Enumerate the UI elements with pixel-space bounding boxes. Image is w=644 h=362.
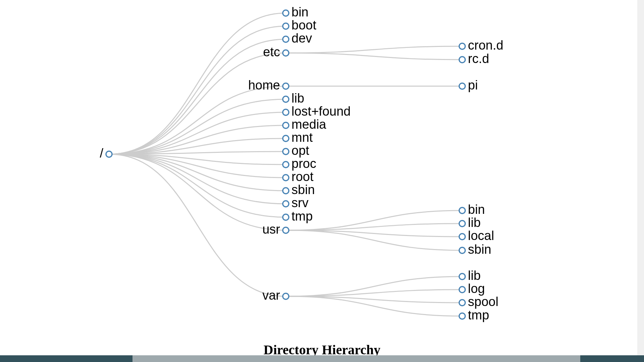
node-label: lib <box>291 91 304 105</box>
node-circle-icon <box>459 83 465 89</box>
node-circle-icon <box>283 227 289 233</box>
node-label: root <box>291 170 314 184</box>
tree-node-lib[interactable]: lib <box>459 216 481 230</box>
tree-node-dev[interactable]: dev <box>283 31 312 45</box>
tree-node-pi[interactable]: pi <box>459 78 478 92</box>
node-circle-icon <box>283 162 289 168</box>
node-circle-icon <box>283 10 289 16</box>
node-circle-icon <box>283 148 289 155</box>
node-label: var <box>262 288 280 302</box>
node-label: opt <box>291 143 309 158</box>
node-label: log <box>468 282 485 296</box>
node-label: boot <box>291 18 316 32</box>
tree-node-var[interactable]: var <box>262 288 289 302</box>
tree-link <box>109 154 286 178</box>
node-label: local <box>468 229 494 243</box>
node-circle-icon <box>283 96 289 102</box>
tree-node-tmp[interactable]: tmp <box>283 209 313 223</box>
tree-node-bin[interactable]: bin <box>459 202 485 217</box>
node-label: / <box>100 146 103 160</box>
node-circle-icon <box>459 43 465 49</box>
node-label: pi <box>468 78 478 92</box>
node-label: tmp <box>291 209 313 223</box>
node-circle-icon <box>283 122 289 128</box>
node-circle-icon <box>283 36 289 42</box>
tree-link <box>286 46 462 53</box>
node-label: mnt <box>291 130 313 144</box>
node-label: rc.d <box>468 52 489 66</box>
node-label: etc <box>263 45 280 59</box>
tree-node-root[interactable]: root <box>283 170 314 184</box>
node-circle-icon <box>283 83 289 89</box>
tree-link <box>109 112 286 154</box>
tree-node-spool[interactable]: spool <box>459 295 498 309</box>
tree-node-cron-d[interactable]: cron.d <box>459 38 503 52</box>
node-circle-icon <box>459 221 465 227</box>
node-circle-icon <box>283 175 289 181</box>
node-circle-icon <box>459 207 465 214</box>
horizontal-scrollbar-track[interactable] <box>0 355 644 362</box>
horizontal-scrollbar-thumb[interactable] <box>132 355 580 362</box>
node-circle-icon <box>283 109 289 115</box>
tree-node-opt[interactable]: opt <box>283 143 309 158</box>
node-label: lib <box>468 216 481 230</box>
node-circle-icon <box>459 313 465 319</box>
node-label: spool <box>468 295 498 309</box>
node-circle-icon <box>459 287 465 293</box>
node-circle-icon <box>459 247 465 253</box>
node-label: srv <box>291 196 309 210</box>
tree-node-lib[interactable]: lib <box>459 268 481 283</box>
tree-node-sbin[interactable]: sbin <box>459 242 491 256</box>
node-label: media <box>291 117 326 131</box>
node-label: dev <box>291 31 312 45</box>
node-circle-icon <box>459 57 465 63</box>
node-circle-icon <box>459 234 465 240</box>
tree-node-lib[interactable]: lib <box>283 91 304 105</box>
node-label: proc <box>291 157 316 171</box>
tree-node-usr[interactable]: usr <box>262 222 289 236</box>
node-label: bin <box>468 202 485 217</box>
tree-node-srv[interactable]: srv <box>283 196 309 210</box>
node-label: lib <box>468 268 481 283</box>
tree-node--[interactable]: / <box>100 146 112 160</box>
tree-node-boot[interactable]: boot <box>283 18 316 32</box>
node-label: usr <box>262 222 280 236</box>
tree-node-local[interactable]: local <box>459 229 494 243</box>
tree-node-log[interactable]: log <box>459 282 485 296</box>
node-circle-icon <box>459 274 465 280</box>
node-circle-icon <box>283 293 289 299</box>
tree-link <box>109 154 286 204</box>
tree-node-home[interactable]: home <box>248 78 289 92</box>
node-circle-icon <box>283 23 289 29</box>
node-circle-icon <box>459 300 465 306</box>
node-label: tmp <box>468 308 489 322</box>
tree-node-tmp[interactable]: tmp <box>459 308 489 322</box>
tree-link <box>109 154 286 296</box>
node-circle-icon <box>106 151 112 157</box>
tree-node-bin[interactable]: bin <box>283 5 309 19</box>
node-label: cron.d <box>468 38 503 52</box>
tree-node-media[interactable]: media <box>283 117 326 131</box>
tree-node-sbin[interactable]: sbin <box>283 183 315 197</box>
directory-tree[interactable]: /binbootdevetccron.drc.dhomepiliblost+fo… <box>0 0 644 362</box>
vertical-scrollbar[interactable] <box>637 0 644 362</box>
node-circle-icon <box>283 214 289 220</box>
node-circle-icon <box>283 135 289 141</box>
node-circle-icon <box>283 188 289 194</box>
tree-link <box>109 154 286 217</box>
tree-node-lost-found[interactable]: lost+found <box>283 104 351 118</box>
tree-node-proc[interactable]: proc <box>283 157 316 171</box>
node-label: home <box>248 78 280 92</box>
tree-node-mnt[interactable]: mnt <box>283 130 313 144</box>
node-circle-icon <box>283 50 289 56</box>
tree-node-rc-d[interactable]: rc.d <box>459 52 489 66</box>
tree-node-etc[interactable]: etc <box>263 45 289 59</box>
node-label: lost+found <box>291 104 351 118</box>
node-label: sbin <box>291 183 315 197</box>
tree-link <box>286 53 462 60</box>
node-circle-icon <box>283 201 289 207</box>
node-label: bin <box>291 5 309 19</box>
node-label: sbin <box>468 242 491 256</box>
